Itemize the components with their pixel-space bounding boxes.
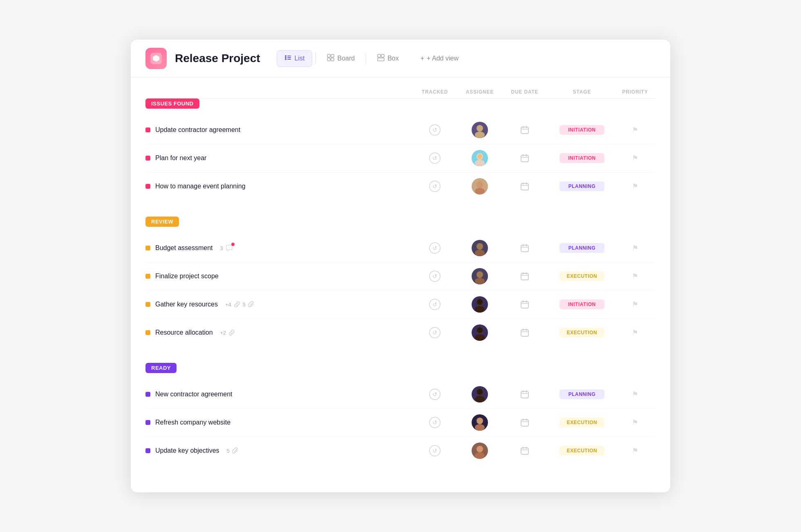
meta-count: 5 [243,302,246,308]
comment-icon [226,244,233,252]
task-dot [145,330,150,335]
table-row[interactable]: Gather key resources +4 5 ↺ [145,291,656,319]
task-name-cell: New contractor agreement [145,391,410,398]
app-header: Release Project List [131,40,670,78]
add-view-button[interactable]: + + Add view [415,51,464,65]
priority-cell: ⚑ [615,328,656,337]
section-ready: READY New contractor agreement ↺ [145,363,656,465]
avatar [472,386,488,402]
stage-badge: PLANNING [559,389,604,399]
app-icon [145,48,167,69]
flag-icon: ⚑ [632,300,638,309]
svg-point-66 [477,418,483,424]
tracked-cell: ↺ [410,389,459,400]
task-name-cell: Plan for next year [145,154,410,162]
flag-icon: ⚑ [632,446,638,455]
assignee-cell [459,122,500,138]
table-header: TRACKED ASSIGNEE DUE DATE STAGE PRIORITY [145,89,656,98]
stage-cell: PLANNING [549,389,615,399]
task-name: Refresh company website [155,419,230,426]
section-header-issues: ISSUES FOUND [145,98,656,109]
project-title: Release Project [175,52,260,65]
priority-cell: ⚑ [615,300,656,309]
tab-list[interactable]: List [277,50,313,67]
svg-point-54 [477,327,483,333]
tracked-cell: ↺ [410,270,459,282]
svg-rect-12 [381,54,384,57]
svg-point-39 [477,271,483,278]
svg-rect-23 [521,155,528,162]
svg-rect-2 [287,56,291,56]
tab-list-label: List [295,55,305,62]
meta-plus: +4 [225,302,231,308]
stage-cell: PLANNING [549,181,615,191]
svg-point-28 [475,188,485,194]
attach-icon [232,447,239,454]
flag-icon: ⚑ [632,182,638,191]
tracked-icon: ↺ [429,152,441,164]
priority-cell: ⚑ [615,390,656,399]
board-icon [327,54,334,63]
calendar-icon [519,181,530,192]
task-name: Update contractor agreement [155,126,240,134]
assignee-cell [459,414,500,431]
svg-point-14 [477,125,483,132]
task-name-cell: Gather key resources +4 5 [145,301,410,308]
col-tracked: TRACKED [410,89,459,95]
link-icon [234,301,240,308]
task-dot [145,127,150,132]
svg-rect-16 [521,127,528,134]
task-name: New contractor agreement [155,391,233,398]
due-date-cell [500,389,549,400]
link-icon [228,329,235,336]
svg-point-40 [475,278,485,284]
calendar-icon [519,242,530,254]
priority-cell: ⚑ [615,244,656,253]
assignee-cell [459,268,500,284]
task-meta: 3 [220,244,233,252]
table-row[interactable]: New contractor agreement ↺ PLANNING [145,380,656,409]
table-row[interactable]: Update contractor agreement ↺ INITIATI [145,116,656,144]
table-row[interactable]: Finalize project scope ↺ EXECUTION [145,262,656,291]
col-due-date: DUE DATE [500,89,549,95]
stage-badge: EXECUTION [559,446,604,456]
table-row[interactable]: Budget assessment 3 ↺ [145,234,656,262]
table-row[interactable]: How to manage event planning ↺ PLANNIN [145,172,656,200]
stage-badge: EXECUTION [559,418,604,427]
tracked-icon: ↺ [429,389,441,400]
svg-rect-11 [378,54,380,57]
table-row[interactable]: Update key objectives 5 ↺ [145,437,656,465]
task-dot [145,420,150,425]
due-date-cell [500,417,549,428]
svg-rect-7 [327,54,330,57]
notification-dot [231,243,235,246]
svg-rect-35 [521,245,528,252]
priority-cell: ⚑ [615,272,656,281]
stage-badge: EXECUTION [559,328,604,338]
svg-rect-62 [521,391,528,398]
due-date-cell [500,299,549,310]
tracked-icon: ↺ [429,124,441,136]
svg-rect-41 [521,273,528,280]
svg-point-27 [477,181,483,188]
section-review: REVIEW Budget assessment 3 ↺ [145,217,656,346]
calendar-icon [519,327,530,338]
task-name-cell: Finalize project scope [145,273,410,280]
tracked-icon: ↺ [429,417,441,428]
task-name: Update key objectives [155,447,219,454]
svg-point-33 [477,243,483,250]
svg-point-73 [475,452,485,459]
tab-board[interactable]: Board [319,50,362,67]
due-date-cell [500,327,549,338]
tab-box[interactable]: Box [369,50,407,67]
task-name-cell: Budget assessment 3 [145,244,410,252]
task-name-cell: Update key objectives 5 [145,447,410,454]
box-icon [377,54,385,63]
table-row[interactable]: Resource allocation +2 ↺ [145,319,656,346]
flag-icon: ⚑ [632,272,638,281]
tracked-icon: ↺ [429,242,441,254]
table-row[interactable]: Refresh company website ↺ EXECUTION [145,409,656,437]
flag-icon: ⚑ [632,328,638,337]
add-view-label: + Add view [427,55,459,62]
table-row[interactable]: Plan for next year ↺ INITIATION [145,144,656,172]
